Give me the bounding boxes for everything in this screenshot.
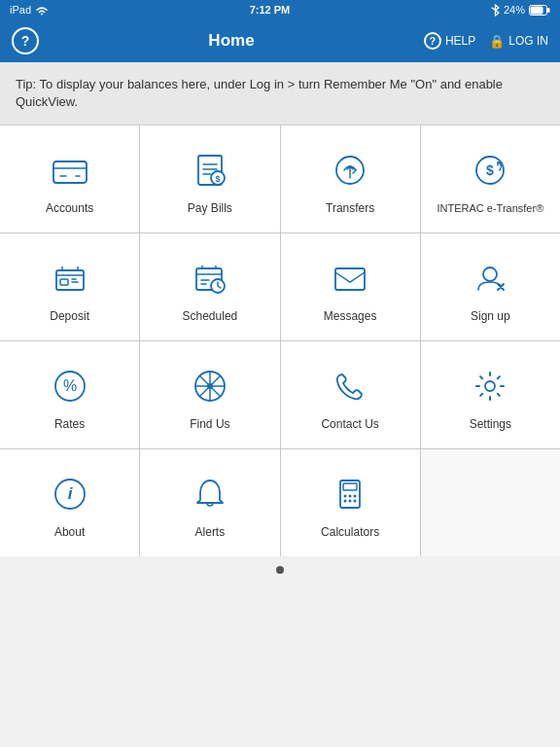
alerts-button[interactable]: Alerts <box>140 449 279 556</box>
scheduled-icon <box>187 255 233 302</box>
svg-rect-11 <box>60 279 68 285</box>
svg-text:$: $ <box>215 174 220 184</box>
svg-rect-2 <box>530 6 542 14</box>
grid-row-4: i About Alerts Calculators <box>0 448 560 556</box>
about-icon: i <box>47 471 93 517</box>
app-header: ? Home ? HELP 🔒 LOG IN <box>0 19 560 62</box>
alerts-icon <box>187 471 233 517</box>
signup-button[interactable]: Sign up <box>421 233 560 340</box>
settings-button[interactable]: Settings <box>421 341 560 448</box>
scheduled-button[interactable]: Scheduled <box>140 233 279 340</box>
settings-label: Settings <box>470 417 511 433</box>
status-time: 7:12 PM <box>250 4 291 16</box>
status-bar: iPad 7:12 PM 24% <box>0 0 560 19</box>
about-button[interactable]: i About <box>0 449 139 556</box>
pay-bills-icon: $ <box>187 147 233 194</box>
svg-text:%: % <box>63 377 77 394</box>
accounts-icon <box>47 147 93 194</box>
calculators-button[interactable]: Calculators <box>281 449 420 556</box>
settings-icon <box>467 363 513 409</box>
accounts-button[interactable]: Accounts <box>0 125 139 232</box>
find-us-button[interactable]: Find Us <box>140 341 279 448</box>
battery-label: 24% <box>504 4 525 16</box>
svg-point-33 <box>349 499 352 502</box>
svg-text:$: $ <box>486 162 494 178</box>
grid-row-2: Deposit Scheduled Messages Sign up <box>0 232 560 340</box>
pay-bills-button[interactable]: $ Pay Bills <box>140 125 279 232</box>
transfers-label: Transfers <box>326 201 374 217</box>
rates-icon: % <box>47 363 93 409</box>
svg-point-34 <box>354 499 357 502</box>
svg-rect-3 <box>53 161 87 183</box>
help-button[interactable]: ? HELP <box>424 32 475 50</box>
bluetooth-icon <box>491 4 500 17</box>
header-title: Home <box>208 31 254 51</box>
contact-us-icon <box>327 363 373 409</box>
empty-cell <box>421 449 560 556</box>
tip-banner: Tip: To display your balances here, unde… <box>0 62 560 125</box>
contact-us-button[interactable]: Contact Us <box>281 341 420 448</box>
about-label: About <box>54 525 85 541</box>
carrier-label: iPad <box>10 4 31 16</box>
find-us-label: Find Us <box>190 417 229 433</box>
svg-point-31 <box>354 494 357 497</box>
calculators-icon <box>327 471 373 517</box>
login-label: LOG IN <box>508 34 548 48</box>
lock-icon: 🔒 <box>489 34 505 49</box>
svg-point-29 <box>344 494 347 497</box>
question-button[interactable]: ? <box>12 27 39 54</box>
signup-icon <box>467 255 513 302</box>
grid-row-3: % Rates Find Us Contact Us <box>0 340 560 448</box>
find-us-icon <box>187 363 233 409</box>
wifi-icon <box>35 5 49 16</box>
help-label: HELP <box>445 34 475 48</box>
svg-rect-14 <box>335 268 365 290</box>
svg-point-23 <box>207 383 213 389</box>
svg-point-30 <box>349 494 352 497</box>
deposit-label: Deposit <box>50 309 89 325</box>
interac-icon: $ <box>467 147 513 194</box>
signup-label: Sign up <box>471 309 510 325</box>
interac-button[interactable]: $ INTERAC e-Transfer® <box>421 125 560 232</box>
rates-label: Rates <box>54 417 85 433</box>
calculators-label: Calculators <box>321 525 379 541</box>
scheduled-label: Scheduled <box>183 309 238 325</box>
svg-point-15 <box>483 267 497 281</box>
header-actions: ? HELP 🔒 LOG IN <box>424 32 548 50</box>
accounts-label: Accounts <box>46 201 93 217</box>
transfers-button[interactable]: Transfers <box>281 125 420 232</box>
messages-icon <box>327 255 373 302</box>
page-dot-active <box>276 566 284 574</box>
grid-row-1: Accounts $ Pay Bills Transfers $ INTERAC… <box>0 125 560 232</box>
messages-button[interactable]: Messages <box>281 233 420 340</box>
battery-icon <box>529 5 550 16</box>
svg-point-32 <box>344 499 347 502</box>
status-left: iPad <box>10 4 49 16</box>
interac-label: INTERAC e-Transfer® <box>437 201 543 215</box>
main-grid: Accounts $ Pay Bills Transfers $ INTERAC… <box>0 125 560 556</box>
help-circle-icon: ? <box>424 32 441 50</box>
messages-label: Messages <box>324 309 377 325</box>
pay-bills-label: Pay Bills <box>188 201 232 217</box>
login-button[interactable]: 🔒 LOG IN <box>489 34 548 49</box>
svg-rect-1 <box>547 8 550 13</box>
transfers-icon <box>327 147 373 194</box>
deposit-icon <box>47 255 93 302</box>
svg-text:i: i <box>67 484 73 503</box>
status-right: 24% <box>491 4 550 17</box>
rates-button[interactable]: % Rates <box>0 341 139 448</box>
alerts-label: Alerts <box>195 525 226 541</box>
contact-us-label: Contact Us <box>321 417 378 433</box>
deposit-button[interactable]: Deposit <box>0 233 139 340</box>
svg-point-24 <box>485 381 495 391</box>
svg-rect-28 <box>343 483 357 490</box>
tip-text: Tip: To display your balances here, unde… <box>16 77 503 109</box>
page-indicator <box>0 556 560 584</box>
